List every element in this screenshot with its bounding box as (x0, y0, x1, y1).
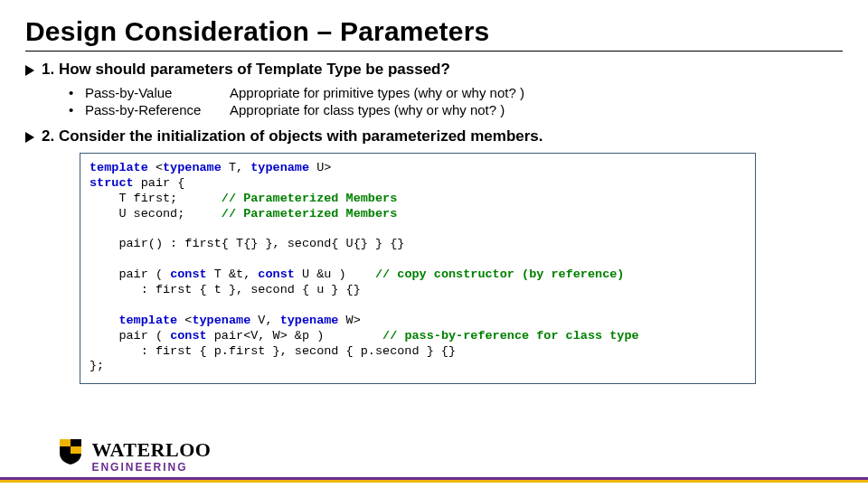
code-text: : first { p.first }, second { p.second }… (90, 344, 456, 358)
bullet-dot: • (69, 84, 85, 101)
code-comment: // Parameterized Members (222, 192, 397, 205)
code-comment: // copy constructor (by reference) (375, 267, 624, 281)
code-kw: typename (250, 161, 309, 174)
question-1-text: 1. How should parameters of Template Typ… (42, 61, 450, 79)
gold-bar (0, 480, 868, 483)
code-text: U &u ) (295, 267, 375, 281)
code-text: < (177, 314, 192, 327)
code-kw: typename (163, 161, 222, 174)
question-1: 1. How should parameters of Template Typ… (25, 61, 843, 79)
code-text: pair<V, W> &p ) (207, 329, 382, 343)
code-kw: typename (192, 314, 250, 327)
code-comment: // Parameterized Members (222, 207, 397, 221)
code-text: pair { (134, 176, 185, 190)
code-text: W> (338, 314, 360, 327)
code-text: pair() : first{ T{} }, second{ U{} } {} (90, 237, 404, 250)
param-1-label: Pass-by-Value (85, 84, 230, 101)
param-table: • Pass-by-Value Appropriate for primitiv… (69, 84, 524, 118)
code-kw: struct (90, 176, 134, 190)
table-row: • Pass-by-Value Appropriate for primitiv… (69, 84, 524, 101)
table-row: • Pass-by-Reference Appropriate for clas… (69, 101, 524, 118)
code-text: V, (250, 314, 279, 327)
chevron-right-icon (25, 65, 34, 76)
code-comment: // pass-by-reference for class type (382, 329, 639, 343)
code-kw: const (170, 267, 207, 281)
title-rule (25, 51, 843, 52)
code-text: T, (222, 161, 250, 174)
code-text: U second; (90, 207, 222, 221)
slide-title: Design Consideration – Parameters (25, 16, 843, 47)
footer-bars (0, 477, 868, 483)
slide: Design Consideration – Parameters 1. How… (0, 0, 868, 488)
code-kw: template (90, 161, 148, 174)
waterloo-logo: WATERLOO ENGINEERING (59, 438, 211, 474)
svg-rect-1 (71, 446, 81, 454)
code-kw: const (170, 329, 207, 343)
chevron-right-icon (25, 132, 34, 143)
code-text: T first; (90, 192, 222, 205)
param-2-desc: Appropriate for class types (why or why … (230, 101, 524, 118)
question-2-text: 2. Consider the initialization of object… (42, 127, 543, 145)
code-text: T &t, (207, 267, 259, 281)
code-text: < (148, 161, 163, 174)
question-2: 2. Consider the initialization of object… (25, 127, 843, 145)
code-text (90, 314, 118, 327)
bullet-dot: • (69, 101, 85, 118)
code-kw: template (118, 314, 177, 327)
param-2-label: Pass-by-Reference (85, 101, 230, 118)
code-text: pair ( (90, 329, 170, 343)
svg-rect-0 (60, 439, 71, 446)
code-kw: typename (280, 314, 339, 327)
logo-name: WATERLOO (91, 438, 211, 462)
code-text: pair ( (90, 267, 170, 281)
code-block: template <typename T, typename U> struct… (80, 153, 756, 384)
logo-sub: ENGINEERING (91, 461, 211, 474)
code-kw: const (258, 267, 295, 281)
param-1-desc: Appropriate for primitive types (why or … (230, 84, 524, 101)
code-text: }; (90, 359, 104, 372)
code-text: U> (309, 161, 331, 174)
shield-icon (59, 438, 82, 469)
code-text: : first { t }, second { u } {} (90, 283, 361, 296)
